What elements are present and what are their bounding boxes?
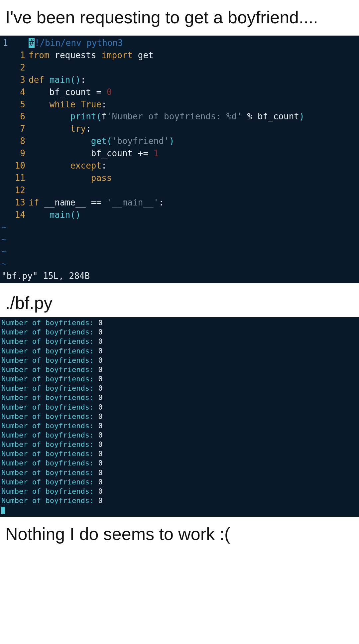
- terminal-line: Number of boyfriends: 0: [1, 421, 358, 431]
- code-content: bf_count += 1: [29, 147, 359, 160]
- line-number: 3: [9, 74, 29, 86]
- line-number: 9: [9, 147, 29, 160]
- code-line: 14 main(): [0, 209, 359, 221]
- code-content: while True:: [29, 98, 359, 111]
- outer-gutter: 1: [0, 37, 9, 49]
- code-line: 13if __name__ == '__main__':: [0, 196, 359, 209]
- terminal-line: Number of boyfriends: 0: [1, 356, 358, 365]
- terminal-line: Number of boyfriends: 0: [1, 374, 358, 384]
- code-editor-pane: 1#!/bin/env python31from requests import…: [0, 36, 359, 283]
- code-content: main(): [29, 209, 359, 221]
- code-content: from requests import get: [29, 49, 359, 62]
- cursor-block-icon: [1, 507, 5, 514]
- code-content: pass: [29, 172, 359, 184]
- terminal-line: Number of boyfriends: 0: [1, 458, 358, 468]
- code-line: 12: [0, 184, 359, 196]
- code-content: get('boyfriend'): [29, 135, 359, 147]
- code-line: 8 get('boyfriend'): [0, 135, 359, 147]
- code-line: 4 bf_count = 0: [0, 86, 359, 98]
- line-number: 13: [9, 196, 29, 209]
- code-line: 11 pass: [0, 172, 359, 184]
- line-number: 1: [9, 49, 29, 62]
- terminal-line: Number of boyfriends: 0: [1, 337, 358, 346]
- terminal-line: Number of boyfriends: 0: [1, 412, 358, 421]
- line-number: 11: [9, 172, 29, 184]
- terminal-line: Number of boyfriends: 0: [1, 449, 358, 458]
- code-line: 7 try:: [0, 123, 359, 135]
- terminal-line: Number of boyfriends: 0: [1, 487, 358, 496]
- terminal-line: Number of boyfriends: 0: [1, 384, 358, 393]
- terminal-line: Number of boyfriends: 0: [1, 431, 358, 440]
- code-line: 1from requests import get: [0, 49, 359, 62]
- editor-tilde: ~: [0, 233, 359, 246]
- line-number: 2: [9, 62, 29, 74]
- terminal-line: Number of boyfriends: 0: [1, 477, 358, 487]
- terminal-cursor-line: [1, 505, 358, 515]
- editor-tilde: ~: [0, 258, 359, 270]
- terminal-line: Number of boyfriends: 0: [1, 318, 358, 327]
- code-line: 5 while True:: [0, 98, 359, 111]
- line-number: 5: [9, 98, 29, 111]
- terminal-line: Number of boyfriends: 0: [1, 346, 358, 356]
- meme-caption-mid: ./bf.py: [0, 283, 359, 317]
- terminal-line: Number of boyfriends: 0: [1, 440, 358, 449]
- code-content: print(f'Number of boyfriends: %d' % bf_c…: [29, 110, 359, 123]
- code-content: bf_count = 0: [29, 86, 359, 98]
- terminal-line: Number of boyfriends: 0: [1, 393, 358, 402]
- line-number: 6: [9, 110, 29, 123]
- terminal-line: Number of boyfriends: 0: [1, 327, 358, 337]
- code-content: #!/bin/env python3: [29, 37, 359, 49]
- code-content: except:: [29, 160, 359, 172]
- line-number: 10: [9, 160, 29, 172]
- meme-caption-bottom: Nothing I do seems to work :(: [0, 517, 359, 552]
- terminal-output-pane: Number of boyfriends: 0Number of boyfrie…: [0, 317, 359, 517]
- terminal-line: Number of boyfriends: 0: [1, 496, 358, 505]
- meme-caption-top: I've been requesting to get a boyfriend.…: [0, 0, 359, 36]
- code-content: try:: [29, 123, 359, 135]
- editor-tilde: ~: [0, 221, 359, 233]
- terminal-line: Number of boyfriends: 0: [1, 468, 358, 477]
- code-line: 3def main():: [0, 74, 359, 86]
- code-line: 2: [0, 62, 359, 74]
- editor-status-line: "bf.py" 15L, 284B: [0, 270, 359, 282]
- code-content: if __name__ == '__main__':: [29, 196, 359, 209]
- code-content: def main():: [29, 74, 359, 86]
- code-line: 1#!/bin/env python3: [0, 37, 359, 49]
- code-line: 10 except:: [0, 160, 359, 172]
- line-number: 8: [9, 135, 29, 147]
- code-line: 9 bf_count += 1: [0, 147, 359, 160]
- terminal-line: Number of boyfriends: 0: [1, 403, 358, 412]
- editor-tilde: ~: [0, 245, 359, 258]
- line-number: 7: [9, 123, 29, 135]
- code-line: 6 print(f'Number of boyfriends: %d' % bf…: [0, 110, 359, 123]
- line-number: 14: [9, 209, 29, 221]
- line-number: 4: [9, 86, 29, 98]
- line-number: 12: [9, 184, 29, 196]
- terminal-line: Number of boyfriends: 0: [1, 365, 358, 374]
